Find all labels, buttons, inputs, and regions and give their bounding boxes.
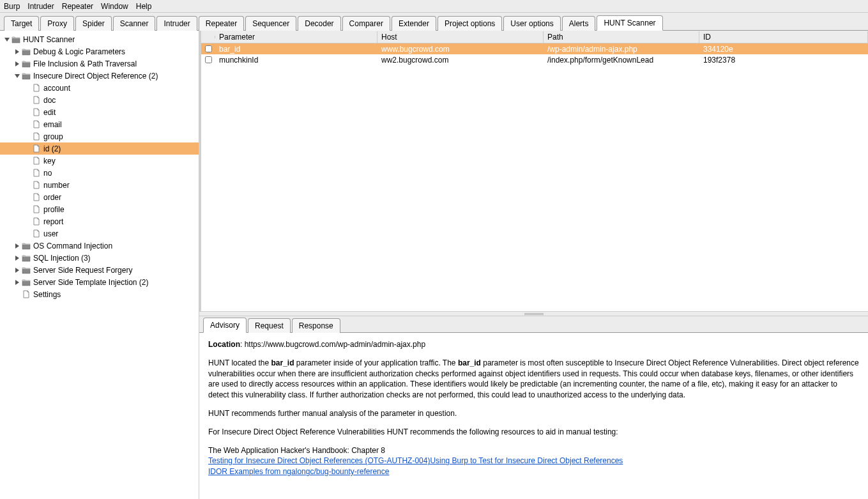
tree-label: id (2)	[43, 144, 61, 153]
chevron-down-icon[interactable]	[4, 36, 10, 43]
file-icon	[32, 144, 41, 153]
row-checkbox[interactable]	[205, 45, 212, 52]
file-icon	[32, 96, 41, 104]
tree-item[interactable]: group	[0, 130, 199, 142]
detail-tab-response[interactable]: Response	[292, 318, 340, 333]
toggle-spacer	[24, 182, 31, 188]
tree-item[interactable]: id (2)	[0, 142, 199, 155]
horizontal-splitter[interactable]	[199, 311, 868, 316]
file-icon	[32, 229, 41, 238]
tree-item[interactable]: no	[0, 167, 199, 179]
tree-item[interactable]: Debug & Logic Parameters	[0, 45, 199, 58]
menu-intruder[interactable]: Intruder	[27, 2, 54, 11]
tab-scanner[interactable]: Scanner	[113, 16, 156, 31]
chevron-right-icon[interactable]	[14, 49, 20, 55]
tree-sidebar[interactable]: HUNT ScannerDebug & Logic ParametersFile…	[0, 31, 199, 499]
col-id[interactable]: ID	[699, 31, 868, 43]
tab-decoder[interactable]: Decoder	[298, 16, 340, 31]
chevron-right-icon[interactable]	[14, 243, 20, 249]
tree-item[interactable]: order	[0, 191, 199, 203]
tab-project-options[interactable]: Project options	[438, 16, 502, 31]
tree-item[interactable]: OS Command Injection	[0, 240, 199, 252]
tree-item[interactable]: account	[0, 82, 199, 94]
folder-icon	[22, 278, 31, 286]
file-icon	[32, 217, 41, 226]
file-icon	[32, 84, 41, 92]
tree-label: Settings	[33, 290, 61, 299]
tree-item[interactable]: Server Side Template Injection (2)	[0, 276, 199, 288]
tree-label: OS Command Injection	[33, 242, 112, 250]
menubar: BurpIntruderRepeaterWindowHelp	[0, 0, 868, 13]
menu-burp[interactable]: Burp	[4, 2, 20, 11]
folder-icon	[22, 242, 31, 250]
tree-item[interactable]: email	[0, 118, 199, 130]
results-table-header: Parameter Host Path ID	[201, 31, 868, 43]
tree-label: SQL Injection (3)	[33, 254, 91, 263]
tab-hunt-scanner[interactable]: HUNT Scanner	[597, 15, 662, 31]
cell-host: www.bugcrowd.com	[377, 45, 544, 54]
tree-label: Debug & Logic Parameters	[33, 47, 125, 56]
advisory-paragraph-3: For Insecure Direct Object Reference Vul…	[208, 427, 859, 438]
tree-item[interactable]: Server Side Request Forgery	[0, 264, 199, 276]
tree-item[interactable]: File Inclusion & Path Traversal	[0, 58, 199, 70]
table-row[interactable]: munchkinIdww2.bugcrowd.com/index.php/for…	[201, 54, 868, 65]
tree-label: edit	[43, 108, 56, 117]
results-table-body[interactable]: bar_idwww.bugcrowd.com/wp-admin/admin-aj…	[201, 43, 868, 311]
folder-icon	[22, 266, 31, 274]
file-icon	[32, 120, 41, 128]
chevron-right-icon[interactable]	[14, 61, 20, 67]
chevron-down-icon[interactable]	[14, 73, 20, 79]
row-checkbox[interactable]	[205, 56, 212, 63]
tab-intruder[interactable]: Intruder	[156, 16, 197, 31]
cell-param: munchkinId	[215, 56, 377, 65]
table-row[interactable]: bar_idwww.bugcrowd.com/wp-admin/admin-aj…	[201, 43, 868, 54]
tab-extender[interactable]: Extender	[392, 16, 436, 31]
link-otg-authz[interactable]: Testing for Insecure Direct Object Refer…	[208, 456, 430, 465]
tree-label: doc	[43, 96, 56, 105]
tab-repeater[interactable]: Repeater	[199, 16, 244, 31]
col-host[interactable]: Host	[377, 31, 544, 43]
menu-repeater[interactable]: Repeater	[62, 2, 93, 11]
tree-item[interactable]: user	[0, 227, 199, 240]
tree-item[interactable]: Insecure Direct Object Reference (2)	[0, 70, 199, 82]
cell-path: /wp-admin/admin-ajax.php	[544, 45, 699, 54]
location-line: Location: https://www.bugcrowd.com/wp-ad…	[208, 339, 859, 350]
tab-user-options[interactable]: User options	[503, 16, 560, 31]
tab-target[interactable]: Target	[4, 16, 39, 31]
menu-window[interactable]: Window	[101, 2, 128, 11]
link-idor-examples[interactable]: IDOR Examples from ngalongc/bug-bounty-r…	[208, 467, 389, 476]
file-icon	[22, 290, 31, 298]
col-parameter[interactable]: Parameter	[215, 31, 377, 43]
tree-item[interactable]: profile	[0, 203, 199, 215]
tree-item[interactable]: key	[0, 155, 199, 167]
tree-item[interactable]: number	[0, 179, 199, 191]
cell-host: ww2.bugcrowd.com	[377, 56, 544, 65]
tab-comparer[interactable]: Comparer	[342, 16, 390, 31]
cell-id: 334120e	[699, 45, 868, 54]
tree-item[interactable]: SQL Injection (3)	[0, 252, 199, 264]
tree-label: Server Side Request Forgery	[33, 266, 132, 275]
tab-spider[interactable]: Spider	[75, 16, 112, 31]
tree-item[interactable]: doc	[0, 94, 199, 106]
toggle-spacer	[24, 219, 31, 225]
tab-alerts[interactable]: Alerts	[562, 16, 596, 31]
tree-item[interactable]: Settings	[0, 288, 199, 300]
tree-label: key	[43, 157, 56, 165]
folder-icon	[22, 47, 31, 56]
file-icon	[32, 181, 41, 189]
tree-item[interactable]: edit	[0, 106, 199, 118]
advisory-resources: The Web Application Hacker's Handbook: C…	[208, 445, 859, 477]
tree-item[interactable]: report	[0, 215, 199, 227]
col-path[interactable]: Path	[544, 31, 699, 43]
folder-icon	[22, 254, 31, 262]
tab-sequencer[interactable]: Sequencer	[245, 16, 296, 31]
chevron-right-icon[interactable]	[14, 255, 20, 261]
link-burp-idor[interactable]: Using Burp to Test for Insecure Direct O…	[430, 456, 623, 465]
tree-item[interactable]: HUNT Scanner	[0, 33, 199, 45]
detail-tab-advisory[interactable]: Advisory	[203, 318, 247, 333]
chevron-right-icon[interactable]	[14, 279, 20, 286]
menu-help[interactable]: Help	[136, 2, 152, 11]
tab-proxy[interactable]: Proxy	[40, 16, 74, 31]
detail-tab-request[interactable]: Request	[248, 318, 291, 333]
chevron-right-icon[interactable]	[14, 267, 20, 273]
